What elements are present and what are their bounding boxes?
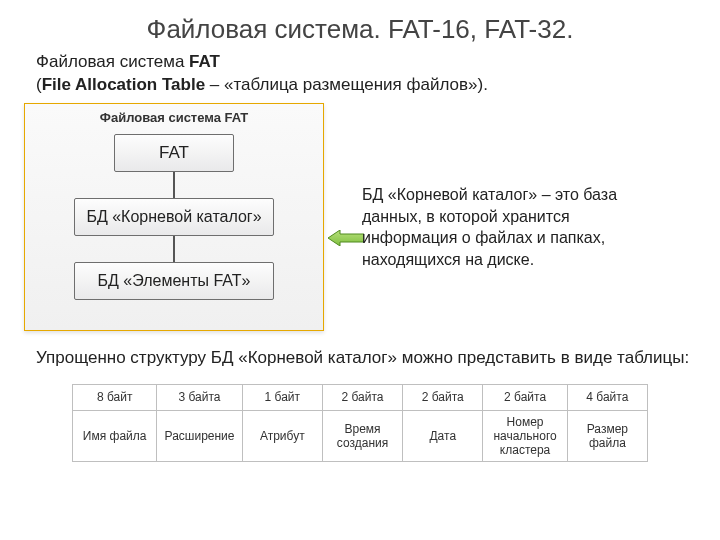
table-cell: Атрибут <box>242 410 322 461</box>
table-cell: 2 байта <box>483 384 567 410</box>
diagram-panel: Файловая система FAT FAT БД «Корневой ка… <box>24 103 324 331</box>
diagram-box-root: БД «Корневой каталог» <box>74 198 274 236</box>
table-row: Имя файла Расширение Атрибут Время созда… <box>73 410 648 461</box>
table-cell: Номер начального кластера <box>483 410 567 461</box>
diagram-box-fat: FAT <box>114 134 234 172</box>
diagram-box-elements: БД «Элементы FAT» <box>74 262 274 300</box>
table-cell: 2 байта <box>322 384 402 410</box>
diagram-connector-2 <box>173 236 175 262</box>
table-cell: Время создания <box>322 410 402 461</box>
intro-line1-b: FAT <box>189 52 220 71</box>
diagram-connector-1 <box>173 172 175 198</box>
page-title: Файловая система. FAT-16, FAT-32. <box>0 14 720 45</box>
table-cell: 3 байта <box>157 384 242 410</box>
table-cell: Дата <box>403 410 483 461</box>
table-cell: Расширение <box>157 410 242 461</box>
summary-text: Упрощенно структуру БД «Корневой каталог… <box>36 347 690 370</box>
table-cell: Размер файла <box>567 410 647 461</box>
callout-text: БД «Корневой каталог» – это база данных,… <box>362 184 662 270</box>
table-cell: Имя файла <box>73 410 157 461</box>
diagram-container: Файловая система FAT FAT БД «Корневой ка… <box>24 103 334 333</box>
table-row: 8 байт 3 байта 1 байт 2 байта 2 байта 2 … <box>73 384 648 410</box>
callout-arrow-icon <box>328 230 364 246</box>
table-cell: 2 байта <box>403 384 483 410</box>
diagram-caption: Файловая система FAT <box>25 104 323 129</box>
intro-bold: File Allocation Table <box>42 75 205 94</box>
table-cell: 4 байта <box>567 384 647 410</box>
intro-text: Файловая система FAT (File Allocation Ta… <box>36 51 690 97</box>
intro-rest: – «таблица размещения файлов»). <box>205 75 488 94</box>
table-cell: 8 байт <box>73 384 157 410</box>
intro-line1-a: Файловая система <box>36 52 189 71</box>
svg-marker-0 <box>328 230 364 246</box>
table-cell: 1 байт <box>242 384 322 410</box>
structure-table: 8 байт 3 байта 1 байт 2 байта 2 байта 2 … <box>72 384 648 462</box>
